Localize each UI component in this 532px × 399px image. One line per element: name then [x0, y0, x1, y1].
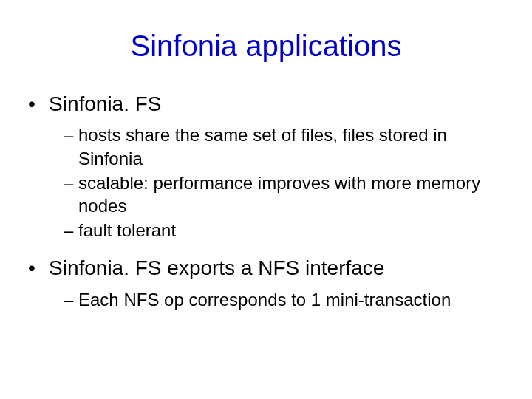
bullet-text: Sinfonia. FS	[49, 92, 162, 115]
sub-text: fault tolerant	[78, 220, 176, 240]
bullet-item: •Sinfonia. FS	[28, 91, 510, 117]
dash-icon: –	[64, 173, 78, 193]
dash-icon: –	[64, 220, 78, 240]
bullet-dot: •	[28, 91, 49, 117]
sub-item: – Each NFS op corresponds to 1 mini-tran…	[64, 288, 504, 311]
bullet-item: •Sinfonia. FS exports a NFS interface	[28, 255, 510, 282]
bullet-text: Sinfonia. FS exports a NFS interface	[49, 256, 384, 279]
sub-text: scalable: performance improves with more…	[78, 173, 480, 216]
sub-item: – fault tolerant	[64, 219, 504, 242]
dash-icon: –	[64, 290, 78, 310]
section-1: •Sinfonia. FS – hosts share the same set…	[22, 91, 510, 242]
sub-text: hosts share the same set of files, files…	[78, 125, 447, 168]
sub-text: Each NFS op corresponds to 1 mini-transa…	[78, 290, 451, 310]
bullet-dot: •	[28, 255, 49, 282]
section-2: •Sinfonia. FS exports a NFS interface – …	[22, 255, 510, 311]
sub-item: – hosts share the same set of files, fil…	[64, 123, 504, 169]
dash-icon: –	[64, 125, 78, 145]
slide-title: Sinfonia applications	[22, 30, 510, 63]
sub-item: – scalable: performance improves with mo…	[64, 171, 504, 217]
